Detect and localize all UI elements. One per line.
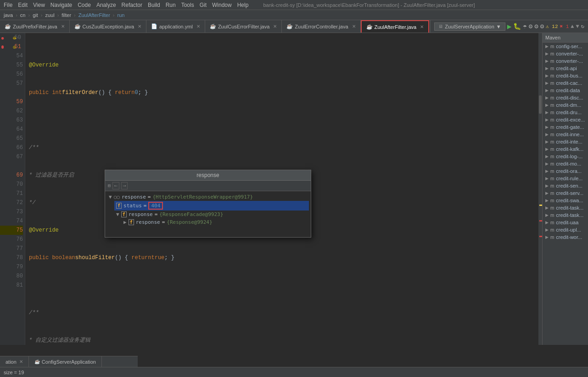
maven-item-credit-inne[interactable]: ▶ m credit-inne... [543,131,588,138]
maven-item-credit-data[interactable]: ▶ m credit-data [543,87,588,94]
maven-module-icon: m [550,66,554,71]
arrow-icon: ▶ [545,205,549,210]
collapse-icon[interactable]: ▼ [116,211,119,217]
tab-application-yml[interactable]: 📄 application.yml ✕ [146,20,205,33]
bottom-tab-ation[interactable]: ation ✕ [0,356,29,367]
maven-module-icon: m [550,44,554,49]
tab-label: ZuulCusErrorFilter.java [218,24,269,29]
breadcrumb-filter[interactable]: filter [62,12,71,18]
menu-navigate[interactable]: Navigate [50,2,72,8]
menu-run[interactable]: Run [166,2,176,8]
menu-help[interactable]: Help [237,2,249,8]
menu-view[interactable]: View [33,2,45,8]
bottom-tab-config[interactable]: ☕ ConfigServerApplication [29,356,102,367]
menu-refactor[interactable]: Refactor [122,2,142,8]
tab-close[interactable]: ✕ [138,24,141,29]
maven-item-credit-dru[interactable]: ▶ m credit-dru... [543,109,588,116]
menu-edit[interactable]: Edit [18,2,28,8]
maven-item-credit-rule[interactable]: ▶ m credit-rule... [543,175,588,182]
breadcrumb-java[interactable]: java [4,12,13,18]
tab-zuul-cus-error-filter[interactable]: ☕ ZuulCusErrorFilter.java ✕ [205,20,282,33]
breadcrumb-method[interactable]: run [118,12,125,18]
line-62: 62 [17,108,23,114]
maven-item-credit-cac[interactable]: ▶ m credit-cac... [543,79,588,87]
maven-item-credit-kafk[interactable]: ▶ m credit-kafk... [543,145,588,153]
tab-close[interactable]: ✕ [61,24,65,29]
tab-close[interactable]: ✕ [196,24,200,29]
maven-module-icon: m [550,213,554,218]
scrollbar-thumb[interactable] [539,95,542,114]
refresh-icon[interactable]: ↻ [581,23,584,30]
maven-item-credit-api[interactable]: ▶ m credit-api [543,65,588,72]
maven-item-converter1[interactable]: ▶ m converter-... [543,50,588,57]
bottom-tab-close[interactable]: ✕ [19,359,23,364]
debug-tree-row-response-inner[interactable]: ▶ f response = {Response@9924} [122,218,309,226]
breadcrumb-git[interactable]: git [33,12,38,18]
maven-item-label: credit-sen... [556,183,582,188]
settings-icon[interactable]: ⚙ [540,22,544,30]
error-count[interactable]: ✖ 1 [560,23,569,29]
maven-item-credit-gate[interactable]: ▶ m credit-gate... [543,123,588,131]
menu-analyze[interactable]: Analyze [96,2,116,8]
tab-cus-zuul-exception[interactable]: ☕ CusZuulException.java ✕ [70,20,147,33]
maven-item-credit-mo[interactable]: ▶ m credit-mo... [543,160,588,167]
maven-item-credit-task1[interactable]: ▶ m credit-task... [543,204,588,211]
menu-build[interactable]: Build [148,2,160,8]
maven-item-label: credit-upl... [556,227,581,233]
breadcrumb-class[interactable]: ZuulAfterFilter [78,12,110,18]
line-72: 72 [17,200,23,206]
maven-item-credit-task2[interactable]: ▶ m credit-task... [543,211,588,219]
breadcrumb-cn[interactable]: cn [20,12,26,18]
menu-git[interactable]: Git [200,2,207,8]
menu-file[interactable]: File [4,2,12,8]
tab-zuul-prefix-filter[interactable]: ☕ ZuulPrefixFilter.java ✕ [0,20,70,33]
coverage-button[interactable]: ☂ [523,22,526,30]
scrollbar-right[interactable] [538,33,542,345]
tab-zuul-after-filter[interactable]: ☕ ZuulAfterFilter.java ✕ [361,20,430,33]
maven-item-credit-upl[interactable]: ▶ m credit-upl... [543,226,588,233]
maven-item-credit-bus[interactable]: ▶ m credit-bus... [543,72,588,79]
tab-zuul-error-controller[interactable]: ☕ ZuulErrorController.java ✕ [282,20,360,33]
maven-item-credit-inte[interactable]: ▶ m credit-inte... [543,138,588,145]
tab-close[interactable]: ✕ [352,24,356,29]
debug-tree-row-response-facade[interactable]: ▼ f response = {ResponseFacade@9923} [114,211,309,218]
maven-item-credit-wor[interactable]: ▶ m credit-wor... [543,233,588,241]
maven-item-config[interactable]: ▶ m config-ser... [543,43,588,50]
breadcrumb-zuul[interactable]: zuul [45,12,54,18]
line-73: 73 [17,209,23,215]
maven-item-credit-disc[interactable]: ▶ m credit-disc... [543,94,588,101]
debug-tree-row-status[interactable]: f status = 404 [114,201,309,211]
maven-item-credit-dm[interactable]: ▶ m credit-dm... [543,101,588,109]
debug-back-button[interactable]: ← [112,182,119,189]
debug-button[interactable]: 🐛 [513,22,521,30]
expand-up-icon[interactable]: ▲ [571,23,574,30]
arrow-icon: ▶ [545,183,549,188]
tab-close[interactable]: ✕ [420,24,424,29]
maven-item-credit-uaa[interactable]: ▶ m credit-uaa [543,219,588,226]
services-icon[interactable]: ⚙ [534,22,538,30]
maven-item-credit-exce[interactable]: ▶ m credit-exce... [543,116,588,123]
tree-key: response [136,219,160,225]
tab-close[interactable]: ✕ [273,24,277,29]
maven-item-converter2[interactable]: ▶ m converter-... [543,57,588,65]
menu-window[interactable]: Window [212,2,232,8]
menu-tools[interactable]: Tools [181,2,194,8]
maven-item-credit-serv[interactable]: ▶ m credit-serv... [543,189,588,197]
expand-down-icon[interactable]: ▼ [576,23,579,30]
debug-tree-row-response[interactable]: ▼ ○○ response = {HttpServletResponseWrap… [107,193,309,201]
run-button[interactable]: ▶ [507,22,512,31]
maven-item-credit-swa[interactable]: ▶ m credit-swa... [543,197,588,204]
maven-item-credit-ora[interactable]: ▶ m credit-ora... [543,167,588,175]
run-config-selector[interactable]: 🖥 ZuulServerApplication ▼ [434,22,505,31]
profile-button[interactable]: ⚙ [529,22,532,30]
line-59: 59 [17,99,23,105]
debug-forward-button[interactable]: → [121,182,128,189]
maven-item-credit-sen[interactable]: ▶ m credit-sen... [543,182,588,189]
menu-code[interactable]: Code [78,2,91,8]
warning-count[interactable]: ⚠ 12 [546,23,558,29]
debug-tree[interactable]: ▼ ○○ response = {HttpServletResponseWrap… [105,191,311,237]
expand-icon[interactable]: ▶ [123,219,127,225]
maven-item-credit-log[interactable]: ▶ m credit-log-... [543,153,588,160]
debug-popup: response ⊞ ← → ▼ ○○ response = {HttpServ… [105,170,311,238]
collapse-icon[interactable]: ▼ [109,194,112,200]
